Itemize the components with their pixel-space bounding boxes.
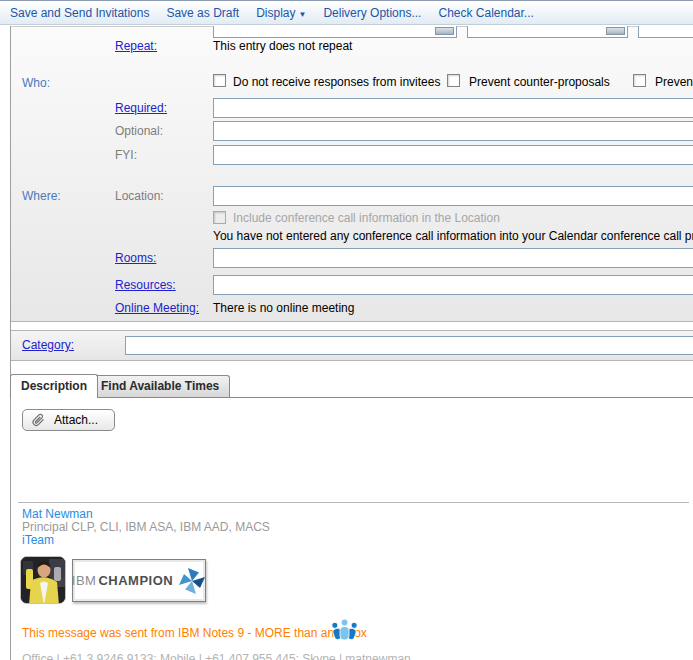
chevron-down-icon: ▼: [299, 10, 307, 19]
optional-input[interactable]: [213, 121, 693, 141]
profile-photo-image: [21, 557, 66, 604]
datetime-field-2[interactable]: [467, 26, 628, 38]
fyi-input[interactable]: [213, 145, 693, 165]
resources-link[interactable]: Resources:: [115, 278, 176, 292]
signature-divider: [18, 502, 689, 503]
repeat-value: This entry does not repeat: [213, 39, 352, 53]
prevent-counter-proposals-checkbox-label: Prevent counter-proposals: [469, 75, 610, 89]
tab-find-available-times[interactable]: Find Available Times: [90, 375, 230, 397]
signature-team-link[interactable]: iTeam: [22, 533, 54, 547]
prevent-delegation-checkbox[interactable]: [633, 74, 646, 87]
datetime-field-3[interactable]: [638, 26, 693, 38]
signature-name-link[interactable]: Mat Newman: [22, 507, 93, 521]
datetime-field-1[interactable]: [213, 26, 457, 38]
rooms-input[interactable]: [213, 248, 693, 268]
conference-call-checkbox-label: Include conference call information in t…: [233, 211, 500, 225]
delivery-options-button[interactable]: Delivery Options...: [323, 6, 421, 20]
badge-ibm-text: IBM: [72, 573, 97, 588]
conference-call-note: You have not entered any conference call…: [213, 229, 693, 243]
category-link[interactable]: Category:: [22, 338, 74, 352]
optional-label: Optional:: [115, 124, 163, 138]
prevent-delegation-checkbox-label: Prevent delegation: [655, 75, 693, 89]
action-toolbar: Save and Send Invitations Save as Draft …: [0, 0, 693, 25]
location-label: Location:: [115, 189, 164, 203]
location-input[interactable]: [213, 186, 693, 206]
dropdown-button-icon[interactable]: [435, 27, 454, 35]
category-input[interactable]: [125, 336, 693, 355]
conference-call-checkbox: [213, 211, 226, 224]
save-as-draft-button[interactable]: Save as Draft: [166, 6, 239, 20]
panel-left-border: [10, 26, 11, 660]
ibm-notes-people-icon: [331, 616, 358, 647]
where-section-label: Where:: [22, 189, 61, 203]
fyi-label: FYI:: [115, 148, 137, 162]
attach-button[interactable]: Attach...: [22, 409, 115, 431]
display-menu-button[interactable]: Display▼: [256, 6, 306, 20]
required-input[interactable]: [213, 98, 693, 118]
prevent-counter-proposals-checkbox[interactable]: [447, 74, 460, 87]
dropdown-button-icon[interactable]: [606, 27, 625, 35]
no-responses-checkbox[interactable]: [213, 74, 226, 87]
no-responses-checkbox-label: Do not receive responses from invitees: [233, 75, 440, 89]
tab-description[interactable]: Description: [10, 374, 98, 398]
online-meeting-value: There is no online meeting: [213, 301, 354, 315]
notes-meeting-invite-window: Save and Send Invitations Save as Draft …: [0, 0, 693, 660]
required-link[interactable]: Required:: [115, 101, 167, 115]
notes-promo-text: This message was sent from IBM Notes 9 -…: [22, 626, 367, 640]
signature-contact-line: Office | +61 3 9246 9133; Mobile | +61 4…: [22, 652, 411, 660]
who-section-label: Who:: [22, 76, 50, 90]
paperclip-icon: [31, 413, 45, 427]
check-calendar-button[interactable]: Check Calendar...: [438, 6, 533, 20]
repeat-link[interactable]: Repeat:: [115, 39, 157, 53]
ibm-champion-badge: IBM CHAMPION: [72, 559, 206, 602]
rooms-link[interactable]: Rooms:: [115, 251, 156, 265]
champion-star-icon: [178, 567, 206, 595]
profile-photo: [20, 556, 66, 604]
signature-title: Principal CLP, CLI, IBM ASA, IBM AAD, MA…: [22, 520, 270, 534]
save-and-send-invitations-button[interactable]: Save and Send Invitations: [10, 6, 149, 20]
online-meeting-link[interactable]: Online Meeting:: [115, 301, 199, 315]
resources-input[interactable]: [213, 275, 693, 295]
badge-champion-text: CHAMPION: [98, 573, 173, 588]
attach-button-label: Attach...: [54, 413, 98, 427]
